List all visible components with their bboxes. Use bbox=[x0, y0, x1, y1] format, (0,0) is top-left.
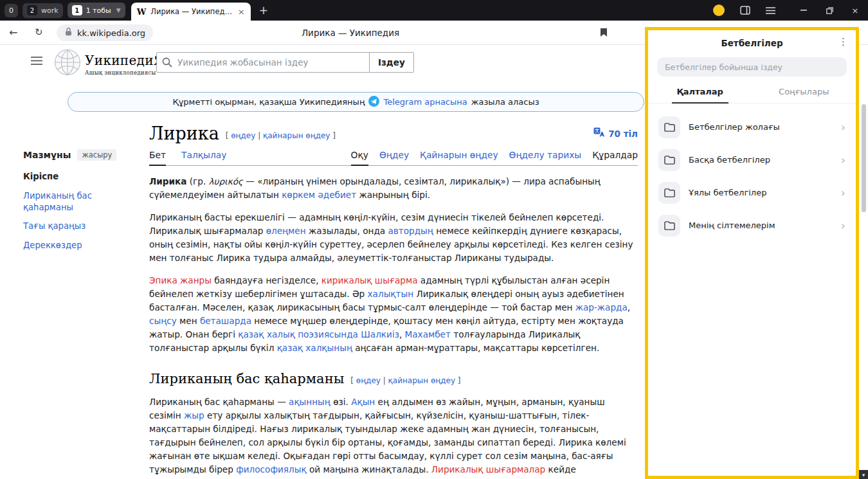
account-avatar-icon[interactable] bbox=[713, 5, 725, 16]
wiki-search-bar: Іздеу bbox=[156, 52, 414, 73]
tab-recent[interactable]: Соңғылары bbox=[752, 87, 856, 103]
page-scrollbar[interactable]: ▼ bbox=[859, 45, 868, 479]
folder-item-mobile-bookmarks[interactable]: Ұялы бетбелгілер › bbox=[648, 176, 856, 209]
text-segment: , bbox=[628, 302, 630, 312]
folder-item-other-bookmarks[interactable]: Басқа бетбелгілер › bbox=[648, 143, 856, 176]
text-segment: Лириканың бас қаһарманы — bbox=[149, 397, 289, 407]
wiki-link[interactable]: Эпика жанры bbox=[149, 275, 212, 285]
language-count: 70 тіл bbox=[608, 129, 638, 139]
wiki-link[interactable]: Шалкиіз bbox=[361, 329, 399, 339]
text-segment: | bbox=[381, 376, 388, 385]
tab-read[interactable]: Оқу bbox=[351, 150, 368, 166]
minimize-button[interactable] bbox=[791, 0, 817, 21]
tab-page[interactable]: Бет bbox=[149, 150, 166, 166]
search-input[interactable] bbox=[156, 52, 370, 73]
wiki-link[interactable]: көркем әдебиет bbox=[282, 190, 356, 200]
wiki-link[interactable]: қайнарын өңдеу bbox=[388, 376, 455, 385]
scrollbar-thumb[interactable] bbox=[862, 104, 866, 212]
scrollbar-down-button[interactable]: ▼ bbox=[859, 470, 868, 479]
wiki-link[interactable]: беташарда bbox=[200, 316, 251, 326]
section-heading: Лириканың бас қаһарманы bbox=[149, 371, 344, 386]
toc-item-see-also[interactable]: Тағы қараңыз bbox=[23, 221, 136, 232]
wikipedia-wordmark[interactable]: УикипедиЯ Ашық энциклопедиясы bbox=[85, 53, 164, 76]
bookmarks-search-input[interactable] bbox=[657, 57, 847, 77]
browser-tab-active[interactable]: W Лирика — Уикипедия × bbox=[131, 3, 251, 21]
folder-icon bbox=[658, 116, 680, 138]
toc-item-intro[interactable]: Кіріспе bbox=[23, 171, 136, 183]
toc-list: Кіріспе Лириканың бас қаһарманы Тағы қар… bbox=[23, 171, 136, 251]
tab-group-active[interactable]: 1 1 тобы ▼ bbox=[68, 3, 125, 18]
folder-label: Менің сілтемелерім bbox=[689, 221, 775, 230]
text-segment: (гр. bbox=[186, 176, 206, 186]
wordmark-tagline: Ашық энциклопедиясы bbox=[85, 69, 164, 76]
wiki-link[interactable]: кирикалық шығарма bbox=[321, 275, 418, 285]
bookmarks-folder-list: Бетбелгілер жолағы › Басқа бетбелгілер ›… bbox=[648, 111, 856, 242]
tab-group-work-count: 2 bbox=[27, 5, 37, 15]
wiki-link[interactable]: халықтын bbox=[368, 289, 414, 299]
chevron-right-icon: › bbox=[841, 220, 845, 231]
chevron-right-icon: › bbox=[841, 187, 845, 199]
wikipedia-page: УикипедиЯ Ашық энциклопедиясы Іздеу Құрм… bbox=[0, 45, 646, 479]
telegram-channel-link[interactable]: Telegram арнасына bbox=[383, 97, 467, 107]
avatar bbox=[713, 5, 725, 16]
back-button[interactable]: ← bbox=[9, 26, 17, 39]
section-edit-links: [ өңдеу | қайнарын өңдеу ] bbox=[350, 376, 460, 385]
wiki-link[interactable]: Лирикалық шығармалар bbox=[431, 464, 545, 474]
wiki-link[interactable]: қазақ халық поэзиясында bbox=[238, 329, 358, 339]
wiki-link[interactable]: Махамбет bbox=[405, 329, 451, 339]
wiki-link[interactable]: өңдеу bbox=[231, 131, 255, 140]
toc-hide-button[interactable]: жасыру bbox=[77, 149, 116, 161]
browser-menu-icon[interactable] bbox=[766, 7, 775, 14]
search-icon bbox=[162, 57, 172, 68]
toc-item-main-hero[interactable]: Лириканың бас қаһарманы bbox=[23, 190, 136, 213]
new-tab-button[interactable]: + bbox=[259, 5, 268, 16]
address-bar[interactable]: kk.wikipedia.org bbox=[57, 24, 153, 41]
banner-text-after: жазыла аласыз bbox=[471, 97, 539, 107]
tab-edit-source[interactable]: Қайнарын өңдеу bbox=[420, 150, 498, 165]
toc-item-references[interactable]: Дереккөздер bbox=[23, 240, 136, 251]
tab-tools[interactable]: Құралдар bbox=[592, 150, 638, 165]
text-segment: өзі. bbox=[330, 397, 351, 407]
maximize-button[interactable] bbox=[817, 0, 842, 21]
text-segment: ] bbox=[455, 376, 461, 385]
wiki-menu-button[interactable] bbox=[31, 55, 42, 68]
folder-item-my-links[interactable]: Менің сілтемелерім › bbox=[648, 209, 856, 242]
wikipedia-logo[interactable] bbox=[54, 49, 81, 78]
tab-folders-label: Қалталар bbox=[672, 87, 728, 104]
wiki-link[interactable]: қайнарын өңдеу bbox=[263, 131, 330, 140]
wiki-link[interactable]: өлеңмен bbox=[266, 226, 306, 236]
tab-folders[interactable]: Қалталар bbox=[648, 87, 752, 103]
wiki-link[interactable]: Ақын bbox=[351, 397, 375, 407]
tab-talk[interactable]: Талқылау bbox=[181, 150, 226, 165]
tab-title: Лирика — Уикипедия bbox=[150, 7, 233, 16]
wiki-link[interactable]: жыр bbox=[184, 410, 204, 420]
tab-group-work[interactable]: 2 work bbox=[23, 3, 63, 18]
kebab-menu-icon[interactable]: ⋮ bbox=[838, 36, 848, 48]
wiki-link[interactable]: қазақ халқының bbox=[277, 343, 352, 353]
wiki-link[interactable]: жар-жарда bbox=[575, 302, 628, 312]
wiki-link[interactable]: сыңсу bbox=[149, 316, 177, 326]
chevron-down-icon[interactable]: ▼ bbox=[116, 7, 121, 14]
tab-history[interactable]: Өңделу тарихы bbox=[509, 150, 582, 165]
telegram-icon bbox=[368, 96, 379, 109]
chevron-right-icon: › bbox=[841, 122, 845, 133]
bookmarks-search bbox=[657, 57, 847, 77]
chevron-right-icon: › bbox=[841, 154, 845, 166]
text-segment: Лирика bbox=[149, 176, 186, 186]
wiki-link[interactable]: өңдеу bbox=[356, 376, 381, 385]
text-segment: , bbox=[399, 329, 405, 339]
bookmark-page-icon[interactable] bbox=[600, 28, 608, 40]
wiki-link[interactable]: ақынның bbox=[289, 397, 330, 407]
tab-close-icon[interactable]: × bbox=[238, 7, 245, 17]
reload-button[interactable]: ↻ bbox=[35, 26, 43, 38]
wiki-link[interactable]: философиялық bbox=[236, 464, 307, 474]
translate-icon bbox=[593, 127, 605, 140]
tab-edit[interactable]: Өңдеу bbox=[379, 150, 409, 165]
side-panel-icon[interactable] bbox=[740, 6, 750, 15]
close-button[interactable]: × bbox=[842, 0, 868, 21]
tab-group-zero-badge[interactable]: 0 bbox=[5, 4, 18, 17]
folder-item-bookmarks-bar[interactable]: Бетбелгілер жолағы › bbox=[648, 111, 856, 143]
language-selector[interactable]: 70 тіл bbox=[593, 127, 638, 143]
search-button[interactable]: Іздеу bbox=[370, 52, 414, 73]
wiki-link[interactable]: автордың bbox=[388, 226, 433, 236]
